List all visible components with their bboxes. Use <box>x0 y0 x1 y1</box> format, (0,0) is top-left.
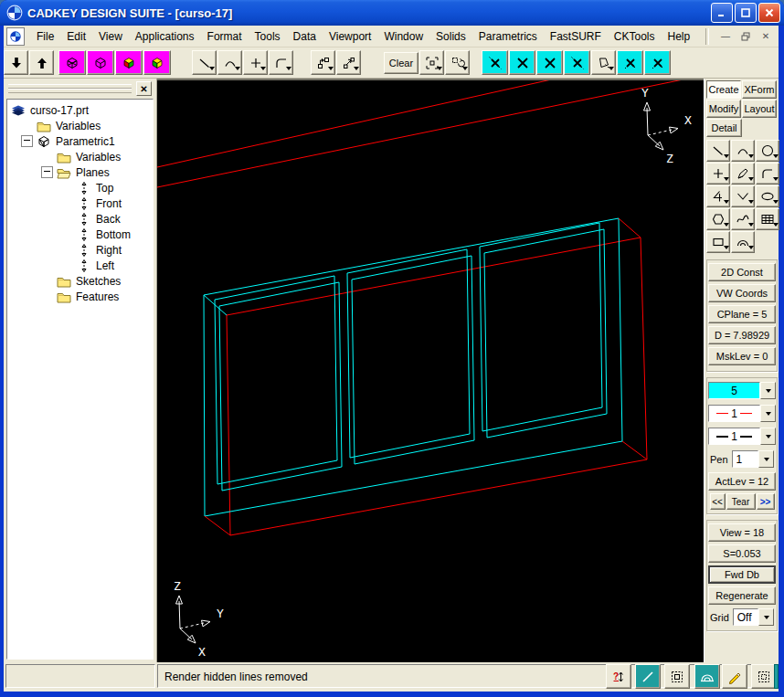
info-button-d-7-98929[interactable]: D = 7.98929 <box>708 326 776 344</box>
tree-item-right[interactable]: Right <box>7 242 153 258</box>
menu-item-parametrics[interactable]: Parametrics <box>472 27 544 46</box>
arc-create-icon[interactable] <box>731 140 755 162</box>
mdi-minimize-button[interactable]: — <box>716 28 735 45</box>
trim-second-icon[interactable] <box>644 50 671 75</box>
info-button-2d-const[interactable]: 2D Const <box>708 263 776 281</box>
menu-item-format[interactable]: Format <box>201 27 249 46</box>
minimize-button[interactable] <box>711 3 733 23</box>
view-button[interactable]: View = 18 <box>708 523 776 542</box>
tree-item-parametric1[interactable]: Parametric1 <box>7 133 153 149</box>
scroll-right-button[interactable]: >> <box>757 493 775 510</box>
mode-button-detail[interactable]: Detail <box>706 119 742 137</box>
ellipse-create-icon[interactable] <box>756 185 779 207</box>
grid-combo[interactable]: Off <box>733 607 774 627</box>
pen-combo[interactable]: 1 <box>732 449 774 469</box>
panel-grip-2[interactable] <box>8 89 132 93</box>
close-button[interactable] <box>758 3 780 23</box>
mode-button-create[interactable]: Create <box>706 80 741 99</box>
tree-expander-icon[interactable] <box>21 135 33 147</box>
point-create-icon[interactable] <box>706 163 730 185</box>
menu-item-help[interactable]: Help <box>662 27 697 46</box>
menu-item-viewport[interactable]: Viewport <box>323 27 377 46</box>
select-box-2-icon[interactable] <box>751 664 777 689</box>
line-create-icon[interactable] <box>706 140 730 162</box>
rotate-select-icon[interactable] <box>445 50 470 75</box>
mode-button-modify[interactable]: Modify <box>706 100 741 118</box>
fwd-db-button[interactable]: Fwd Db <box>708 565 776 584</box>
tear-button[interactable]: Tear <box>726 493 756 510</box>
grid-combo-dropdown-icon[interactable] <box>758 608 774 626</box>
tree-item-planes[interactable]: Planes <box>7 164 153 180</box>
menu-item-fastsurf[interactable]: FastSURF <box>544 27 608 46</box>
menu-item-edit[interactable]: Edit <box>60 27 92 46</box>
clear-button[interactable]: Clear <box>384 52 418 74</box>
scale-button[interactable]: S=0.053 <box>708 544 776 563</box>
line-style-combo[interactable]: 1 <box>708 404 776 423</box>
mdi-close-button[interactable]: ✕ <box>757 28 775 45</box>
line-style-dropdown-icon[interactable] <box>760 405 776 422</box>
diagonal-line-icon[interactable] <box>635 664 661 689</box>
trim-both-icon[interactable] <box>482 50 508 75</box>
tree-item-top[interactable]: Top <box>7 180 153 195</box>
dome-create-icon[interactable] <box>731 231 755 253</box>
polygon-select-icon[interactable] <box>591 50 616 75</box>
tree-item-sketches[interactable]: Sketches <box>7 273 153 289</box>
polygon-create-icon[interactable] <box>706 208 730 230</box>
tree-close-icon[interactable]: ✕ <box>136 81 152 96</box>
select-corners-icon[interactable] <box>419 50 444 75</box>
mdi-restore-button[interactable] <box>736 28 755 45</box>
trim-one-icon[interactable] <box>536 50 563 75</box>
level-move-icon[interactable] <box>311 50 335 75</box>
trim-create-icon[interactable] <box>706 185 730 207</box>
cube-wireframe-icon[interactable] <box>58 50 86 75</box>
menu-item-solids[interactable]: Solids <box>429 27 472 46</box>
trim-divide-icon[interactable] <box>564 50 590 75</box>
menu-item-file[interactable]: File <box>30 27 60 46</box>
color-combo[interactable]: 5 <box>708 381 776 400</box>
arc-dome-icon[interactable] <box>694 664 720 689</box>
point-tool-icon[interactable] <box>243 50 268 75</box>
info-button-msklev-0[interactable]: MskLev = 0 <box>708 347 776 365</box>
info-button-cplane-5[interactable]: CPlane = 5 <box>708 305 776 323</box>
tree-item-left[interactable]: Left <box>7 258 153 273</box>
tree-item-features[interactable]: Features <box>7 289 153 304</box>
line-width-combo[interactable]: 1 <box>708 427 776 446</box>
menu-item-data[interactable]: Data <box>287 27 323 46</box>
trim-first-icon[interactable] <box>617 50 643 75</box>
menu-item-applications[interactable]: Applications <box>129 27 201 46</box>
pen-combo-dropdown-icon[interactable] <box>758 450 774 468</box>
query-vertical-icon[interactable]: ? <box>606 664 631 689</box>
color-combo-dropdown-icon[interactable] <box>760 382 776 399</box>
scroll-left-button[interactable]: << <box>710 493 726 510</box>
cube-shaded-2-icon[interactable] <box>143 50 171 75</box>
mode-button-xform[interactable]: XForm <box>742 80 777 99</box>
tree-item-bottom[interactable]: Bottom <box>7 227 153 242</box>
xform-move-icon[interactable] <box>336 50 361 75</box>
circle-create-icon[interactable] <box>756 140 779 162</box>
vee-create-icon[interactable] <box>731 185 755 207</box>
pencil-icon[interactable] <box>722 664 747 689</box>
table-create-icon[interactable] <box>756 208 779 230</box>
fillet-create-icon[interactable] <box>756 163 779 185</box>
rect-create-icon[interactable] <box>706 231 730 253</box>
tree-item-variables[interactable]: Variables <box>7 118 153 133</box>
arrow-down-icon[interactable] <box>4 50 28 75</box>
menu-item-window[interactable]: Window <box>377 27 429 46</box>
info-button-vw-coords[interactable]: VW Coords <box>708 284 776 302</box>
line-width-dropdown-icon[interactable] <box>760 428 776 445</box>
mode-button-layout[interactable]: Layout <box>742 100 777 118</box>
viewport-canvas[interactable]: YXZZYX <box>157 79 704 662</box>
sketch-create-icon[interactable] <box>731 163 755 185</box>
tree-item-curso-17-prt[interactable]: curso-17.prt <box>7 102 153 118</box>
active-level-button[interactable]: ActLev = 12 <box>708 472 776 491</box>
regenerate-button[interactable]: Regenerate <box>708 586 776 605</box>
cube-wireframe-2-icon[interactable] <box>87 50 114 75</box>
cube-shaded-icon[interactable] <box>115 50 143 75</box>
tree-item-variables[interactable]: Variables <box>7 149 153 164</box>
menu-item-view[interactable]: View <box>92 27 129 46</box>
arrow-up-icon[interactable] <box>29 50 54 75</box>
title-bar[interactable]: CADKEY DESIGN SUITE - [curso-17] <box>0 0 784 26</box>
tree-item-front[interactable]: Front <box>7 195 153 211</box>
menu-item-cktools[interactable]: CKTools <box>608 27 662 46</box>
maximize-button[interactable] <box>735 3 757 23</box>
